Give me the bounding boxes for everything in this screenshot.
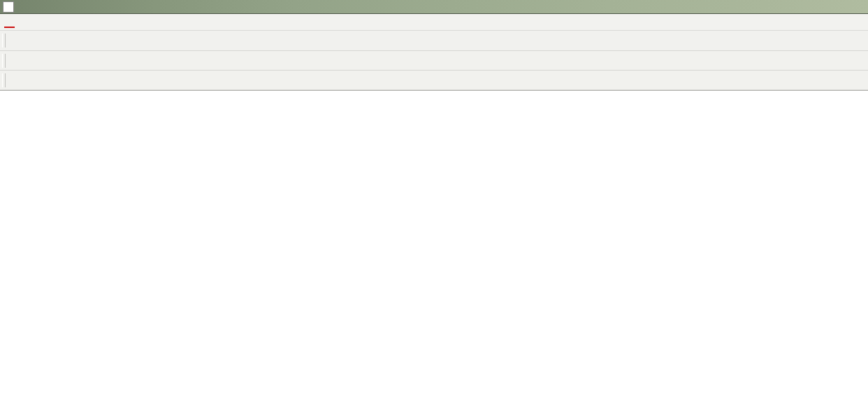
title-bar [0,0,868,14]
toolbar-grip[interactable] [2,54,6,68]
menu-bar [0,14,868,31]
chart-area [0,90,868,413]
child-window-icon[interactable] [4,16,15,28]
drawing-toolbar [0,71,868,90]
view-toolbar [0,51,868,71]
kline-chart-canvas[interactable] [0,91,868,413]
feature-toolbar [0,31,868,51]
toolbar-grip[interactable] [2,73,6,87]
toolbar-grip[interactable] [2,34,6,48]
app-logo-icon [3,1,14,13]
app-window [0,0,868,413]
